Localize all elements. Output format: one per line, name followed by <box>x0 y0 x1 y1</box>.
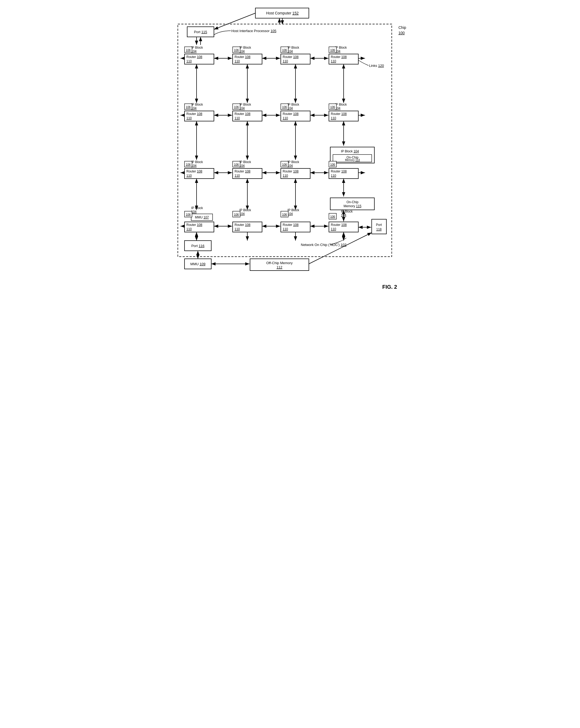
r1c1-106-text: 106 <box>185 48 191 52</box>
r2c1-106-text: 106 <box>185 105 191 108</box>
r3c3-router-text: Router 108 <box>283 170 299 173</box>
r4c3-ip-label: IP Block <box>287 208 300 212</box>
page: Host Computer 152 Chip 100 Port 115 Host… <box>170 5 410 300</box>
port115-label: Port 115 <box>194 30 207 34</box>
r3c2-106-text: 106 <box>234 163 238 166</box>
offchip-num: 112 <box>277 265 282 269</box>
r3c2-router-text: Router 108 <box>234 170 251 173</box>
r4c3-router-num: 110 <box>283 227 288 231</box>
r1c3-ip-label: IP Block <box>287 46 300 49</box>
port118-label: Port <box>376 223 382 227</box>
r1c4-router-text: Router 108 <box>331 55 347 59</box>
r1c2-router-num: 110 <box>234 59 240 63</box>
r1c3-router-text: Router 108 <box>283 55 299 59</box>
fig-label: FIG. 2 <box>382 284 397 290</box>
r1c3-router-num: 110 <box>283 59 288 63</box>
r2c2-router-text: Router 108 <box>234 112 251 116</box>
r4c2-router-num: 110 <box>234 227 240 231</box>
r2c3-106-text: 106 <box>282 105 287 108</box>
r3c3-106-text: 106 <box>282 163 287 166</box>
diagram: Host Computer 152 Chip 100 Port 115 Host… <box>170 5 410 300</box>
r3c2-router-num: 110 <box>234 174 240 178</box>
r3c3-router-num: 110 <box>283 174 288 178</box>
r4c4-router-text: Router 108 <box>331 223 347 227</box>
r2c4-router-text: Router 108 <box>331 112 347 116</box>
r4c1-ip-label: IP Block <box>191 206 203 210</box>
r1c1-router-text: Router 108 <box>186 55 202 59</box>
r1c4-ip-label: IP Block <box>335 46 347 49</box>
links-label: Links 120 <box>369 63 384 68</box>
r1c3-106-text: 106 <box>282 48 287 52</box>
r3c1-106-text: 106 <box>185 163 191 166</box>
r2c1-router-num: 110 <box>186 116 192 120</box>
host-computer-label: Host Computer 152 <box>266 11 299 15</box>
r3c1-router-num: 110 <box>186 174 192 178</box>
onchip-mem115-text: On-Chip <box>346 200 358 204</box>
r4c4-ip-label: IP Block <box>341 210 353 213</box>
r3c4-106-text: 106 <box>330 163 335 166</box>
r2c1-ip-label: IP Block <box>191 103 203 106</box>
r2c4-106-text: 106 <box>330 105 335 108</box>
onchip-ip-label: IP Block 104 <box>341 150 359 153</box>
r4c1-106-text: 106 <box>185 213 191 216</box>
r1c2-router-text: Router 108 <box>234 55 251 59</box>
port116-label: Port 116 <box>191 244 204 248</box>
r3c2-ip-label: IP Block <box>239 160 251 164</box>
chip-label: Chip <box>398 25 406 30</box>
r2c3-router-text: Router 108 <box>283 112 299 116</box>
r2c2-router-num: 110 <box>234 116 240 120</box>
onchip-mem114-text2: Memory 114 <box>345 159 360 161</box>
r1c4-106-text: 106 <box>330 48 335 52</box>
r4c1-router-text: Router 108 <box>186 223 202 227</box>
offchip-label: Off-Chip Memory <box>266 261 293 265</box>
chip-number: 100 <box>398 31 405 35</box>
r2c2-106-text: 106 <box>234 105 238 108</box>
port118-num: 118 <box>376 228 381 231</box>
r2c1-router-text: Router 108 <box>186 112 202 116</box>
r4c2-ip-label: IP Block <box>239 208 251 212</box>
r4c4-router-num: 110 <box>331 227 336 231</box>
mmu107-text: MMU 107 <box>195 215 208 219</box>
r1c2-ip-label: IP Block <box>239 46 251 49</box>
r4c4-106-text: 106 <box>330 215 335 218</box>
hip-label: Host Interface Processor 105 <box>231 29 276 33</box>
r1c2-106-text: 106 <box>234 48 238 52</box>
r4c2-106-text: 106 <box>234 213 238 216</box>
r3c4-router-text: Router 108 <box>331 170 347 173</box>
r2c4-ip-label: IP Block <box>335 103 347 106</box>
r2c4-router-num: 110 <box>331 116 336 120</box>
r3c1-router-text: Router 108 <box>186 170 202 173</box>
r3c1-ip-label: IP Block <box>191 160 203 164</box>
r1c1-router-num: 110 <box>186 59 192 63</box>
r4c1-router-num: 110 <box>186 227 192 231</box>
r3c3-ip-label: IP Block <box>287 160 300 164</box>
r3c4-router-num: 110 <box>331 174 336 178</box>
r4c2-router-text: Router 108 <box>234 223 251 227</box>
r2c2-ip-label: IP Block <box>239 103 251 106</box>
r4c3-106-text: 106 <box>282 213 287 216</box>
r4c3-router-text: Router 108 <box>283 223 299 227</box>
r2c3-ip-label: IP Block <box>287 103 300 106</box>
r2c3-router-num: 110 <box>283 116 288 120</box>
r1c4-router-num: 110 <box>331 59 336 63</box>
r1c1-ip-label: IP Block <box>191 46 203 49</box>
mmu109-label: MMU 109 <box>190 262 205 266</box>
onchip-mem115-num: Memory 115 <box>343 204 361 208</box>
noc-label: Network On Chip ('NOC') 102 <box>301 243 346 247</box>
